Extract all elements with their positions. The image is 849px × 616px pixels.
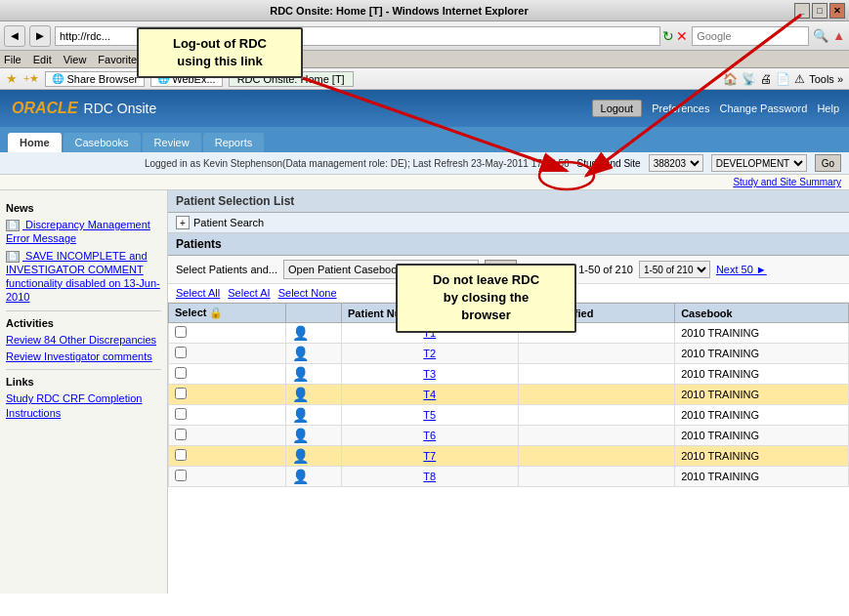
casebook-7: 2010 TRAINING: [675, 467, 849, 487]
expand-icon[interactable]: +: [176, 216, 190, 229]
toolbar-icons: 🏠 📡 🖨 📄 ⚠ Tools »: [723, 72, 843, 86]
col-select: Select 🔒: [169, 304, 286, 323]
change-password-link[interactable]: Change Password: [719, 103, 807, 114]
forward-button[interactable]: ►: [29, 25, 51, 47]
select-none-link[interactable]: Select None: [278, 287, 337, 299]
safety-icon[interactable]: ⚠: [794, 72, 805, 86]
page-icon[interactable]: 📄: [776, 72, 790, 86]
select-ai-link[interactable]: Select AI: [228, 287, 270, 299]
browser-toolbar: ◄ ► ↻ ✕ 🔍 ▲: [0, 21, 849, 51]
sidebar-news-item-2[interactable]: 📄 SAVE INCOMPLETE and INVESTIGATOR COMME…: [6, 249, 161, 305]
share-browser-icon: 🌐: [52, 73, 64, 84]
tools-label[interactable]: Tools »: [809, 73, 843, 85]
menu-favorites[interactable]: Favorites: [98, 54, 142, 65]
close-button[interactable]: ✕: [829, 3, 845, 19]
menu-view[interactable]: View: [64, 54, 87, 65]
help-link[interactable]: Help: [817, 103, 839, 114]
sidebar-activity-item-2[interactable]: Review Investigator comments: [6, 349, 161, 363]
print-icon[interactable]: 🖨: [760, 72, 772, 86]
news-section-title: News: [6, 202, 161, 214]
study-select[interactable]: 388203: [649, 154, 703, 172]
patient-number-3[interactable]: T4: [342, 385, 519, 405]
row-checkbox-7[interactable]: [175, 470, 187, 481]
table-row: 👤 T7 2010 TRAINING: [169, 446, 849, 467]
preferences-link[interactable]: Preferences: [652, 103, 709, 114]
select-all-link[interactable]: Select All: [176, 287, 220, 299]
logged-in-text: Logged in as Kevin Stephenson(Data manag…: [8, 158, 570, 169]
row-checkbox-0[interactable]: [175, 326, 187, 338]
search-input[interactable]: [692, 26, 809, 46]
person-icon-2: 👤: [292, 366, 309, 382]
patients-header: Patients: [168, 233, 849, 256]
next-button[interactable]: Next 50 ►: [716, 264, 767, 275]
arrow-up-icon[interactable]: ▲: [832, 28, 845, 43]
patient-number-5[interactable]: T6: [342, 426, 519, 446]
study-label: Study and Site: [577, 158, 641, 169]
add-favorites-icon[interactable]: +★: [23, 72, 39, 85]
row-checkbox-6[interactable]: [175, 449, 187, 461]
browser-title: RDC Onsite: Home [T] - Windows Internet …: [4, 5, 794, 17]
person-icon-5: 👤: [292, 428, 309, 443]
col-casebook: Casebook: [675, 304, 849, 323]
table-row: 👤 T3 2010 TRAINING: [169, 364, 849, 385]
tab-casebooks[interactable]: Casebooks: [64, 133, 141, 152]
select-patients-label: Select Patients and...: [176, 264, 277, 275]
tab-review[interactable]: Review: [143, 133, 201, 152]
last-modified-3: [518, 385, 675, 405]
row-checkbox-4[interactable]: [175, 408, 187, 420]
sidebar-divider-2: [6, 369, 161, 370]
tab-reports[interactable]: Reports: [203, 133, 265, 152]
main-content: ORACLE RDC Onsite Logout Preferences Cha…: [0, 90, 849, 616]
last-modified-4: [518, 405, 675, 426]
home-icon[interactable]: 🏠: [723, 72, 738, 86]
favorites-bar: ★ +★ 🌐 Share Browser 🌐 WebEx... RDC Onsi…: [0, 68, 849, 90]
sidebar-link-item-1[interactable]: Study RDC CRF Completion Instructions: [6, 391, 161, 420]
patient-number-2[interactable]: T3: [342, 364, 519, 385]
person-icon-4: 👤: [292, 407, 309, 423]
patient-search-bar[interactable]: + Patient Search: [168, 213, 849, 233]
back-button[interactable]: ◄: [4, 25, 25, 47]
casebook-6: 2010 TRAINING: [675, 446, 849, 467]
minimize-button[interactable]: _: [794, 3, 810, 19]
sidebar-news-item-1[interactable]: 📄 Discrepancy Management Error Message: [6, 218, 161, 246]
table-row: 👤 T5 2010 TRAINING: [169, 405, 849, 426]
activities-section-title: Activities: [6, 317, 161, 329]
stop-icon[interactable]: ✕: [676, 28, 688, 44]
tab-home[interactable]: Home: [8, 133, 62, 152]
annotation-browser: Do not leave RDCby closing thebrowser: [396, 264, 576, 333]
pagination-text: 1-50 of 210: [578, 264, 633, 275]
status-go-button[interactable]: Go: [815, 154, 841, 172]
table-row: 👤 T6 2010 TRAINING: [169, 426, 849, 446]
site-select[interactable]: DEVELOPMENT: [711, 154, 807, 172]
doc-icon: 📄: [6, 220, 20, 231]
study-site-summary-link[interactable]: Study and Site Summary: [733, 177, 841, 187]
person-icon-7: 👤: [292, 469, 309, 484]
oracle-logo: ORACLE: [12, 100, 78, 117]
patient-number-6[interactable]: T7: [342, 446, 519, 467]
row-checkbox-5[interactable]: [175, 429, 187, 440]
rdc-onsite-label: RDC Onsite: [84, 101, 157, 116]
refresh-icon[interactable]: ↻: [662, 28, 674, 44]
patient-number-4[interactable]: T5: [342, 405, 519, 426]
share-browser-tab[interactable]: 🌐 Share Browser: [45, 71, 145, 87]
logout-button[interactable]: Logout: [592, 100, 643, 117]
row-checkbox-3[interactable]: [175, 388, 187, 399]
sidebar-activity-item-1[interactable]: Review 84 Other Discrepancies: [6, 333, 161, 347]
patient-number-1[interactable]: T2: [342, 344, 519, 364]
menu-edit[interactable]: Edit: [33, 54, 52, 65]
row-checkbox-1[interactable]: [175, 347, 187, 358]
search-icon[interactable]: 🔍: [813, 28, 828, 43]
row-checkbox-2[interactable]: [175, 367, 187, 379]
person-icon-6: 👤: [292, 448, 309, 464]
links-section-title: Links: [6, 376, 161, 388]
rss-icon[interactable]: 📡: [742, 72, 756, 86]
pagination-select[interactable]: 1-50 of 210: [639, 261, 710, 278]
doc-icon-2: 📄: [6, 251, 20, 263]
person-icon-1: 👤: [292, 346, 309, 361]
restore-button[interactable]: □: [812, 3, 828, 19]
menu-file[interactable]: File: [4, 54, 21, 65]
patient-number-7[interactable]: T8: [342, 467, 519, 487]
sidebar-divider-1: [6, 310, 161, 311]
oracle-header: ORACLE RDC Onsite Logout Preferences Cha…: [0, 90, 849, 127]
last-modified-2: [518, 364, 675, 385]
